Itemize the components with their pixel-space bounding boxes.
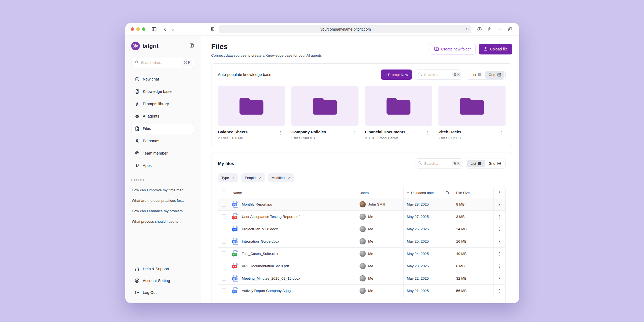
folder-tile[interactable] — [218, 86, 285, 126]
row-checkbox[interactable] — [222, 227, 226, 231]
list-view-label: List — [470, 162, 476, 166]
page-subtitle: Connect data sources to create a Knowled… — [211, 53, 322, 57]
privacy-shield-icon[interactable] — [209, 25, 216, 33]
row-checkbox[interactable] — [222, 264, 226, 268]
sidebar-item-files[interactable]: Files — [131, 123, 194, 134]
chat-history-item[interactable]: How can I enhance my problem... — [131, 206, 194, 216]
tab-overview-icon[interactable] — [506, 25, 514, 33]
folder-card[interactable]: Financial Documents 2.0 GB • Robbi Darwi… — [365, 86, 432, 140]
sidebar-item-team-member[interactable]: Team member — [131, 148, 194, 159]
upload-file-label: Upload file — [490, 47, 508, 51]
reload-icon[interactable]: ↻ — [465, 27, 469, 32]
uploaded-date: May 22, 2025 — [407, 276, 429, 280]
downloads-icon[interactable] — [476, 25, 483, 33]
minimize-window-button[interactable] — [136, 27, 140, 31]
filter-chip-people[interactable]: People — [241, 173, 265, 182]
column-date-sort[interactable]: ▼ Uploaded date — [403, 187, 453, 198]
sidebar-item-ai-agents[interactable]: AI agents — [131, 111, 194, 122]
sidebar-item-knowledge-base[interactable]: Knowledge base — [131, 86, 194, 97]
row-checkbox[interactable] — [222, 214, 226, 219]
sidebar-search-input[interactable] — [141, 61, 182, 65]
file-ext-badge: PDF — [232, 265, 237, 268]
row-menu-icon[interactable]: ⋮ — [495, 214, 504, 220]
view-grid-button[interactable]: Grid — [485, 160, 504, 167]
sidebar-item-new-chat[interactable]: New chat — [131, 74, 194, 85]
sidebar-item-label: Knowledge base — [143, 89, 171, 94]
view-list-button[interactable]: List — [467, 160, 485, 167]
knowledge-view-toggle: List Grid — [466, 70, 506, 80]
view-grid-button[interactable]: Grid — [485, 71, 504, 79]
view-list-button[interactable]: List — [467, 71, 485, 79]
folder-menu-icon[interactable]: ⋮ — [423, 130, 432, 136]
sidebar-item-apps[interactable]: Apps — [131, 160, 194, 171]
browser-sidebar-toggle-icon[interactable] — [150, 25, 158, 33]
my-files-search[interactable]: ⌘ K — [415, 158, 463, 169]
folder-menu-icon[interactable]: ⋮ — [350, 130, 358, 136]
chat-history-item[interactable]: What process should I use to... — [131, 217, 194, 226]
my-files-search-input[interactable] — [424, 162, 452, 166]
chat-history-item[interactable]: How can I improve my time man... — [131, 185, 194, 195]
table-menu-icon[interactable]: ⋮ — [495, 189, 504, 196]
sidebar-item-personas[interactable]: Personas — [131, 136, 194, 146]
table-row[interactable]: DOC Integration_Guide.docx Me May 25, 20… — [218, 235, 505, 247]
sidebar-item-log-out[interactable]: Log Out — [131, 287, 194, 298]
table-row[interactable]: PDF User Acceptance Testing Report.pdf M… — [218, 210, 505, 223]
table-row[interactable]: JPG Monthly Report.jpg John SMith May 28… — [218, 198, 505, 210]
row-checkbox[interactable] — [222, 251, 226, 256]
prompt-new-button[interactable]: + Prompt New — [381, 69, 412, 80]
knowledge-base-card: Auto-populate knowledge base + Prompt Ne… — [211, 63, 512, 146]
url-bar[interactable]: ↻ — [219, 25, 471, 33]
folder-card[interactable]: Company Policies 5 files • 900 MB ⋮ — [291, 86, 358, 140]
filter-chip-type[interactable]: Type — [218, 173, 238, 182]
row-menu-icon[interactable]: ⋮ — [495, 238, 504, 245]
table-row[interactable]: XLS Test_Cases_Suite.xlsx Me May 24, 202… — [218, 247, 505, 260]
folder-tile[interactable] — [291, 86, 358, 126]
table-row[interactable]: JPG Activity Report Company A.jpg Me May… — [218, 284, 505, 297]
grid-icon — [497, 73, 501, 77]
folder-tile[interactable] — [365, 86, 432, 126]
row-menu-icon[interactable]: ⋮ — [495, 263, 504, 269]
folder-menu-icon[interactable]: ⋮ — [276, 130, 285, 136]
table-row[interactable]: PDF API_Documentation_v2.0.pdf Me May 23… — [218, 260, 505, 272]
back-icon[interactable] — [162, 25, 169, 33]
chat-history-item[interactable]: What are the best practices for... — [131, 196, 194, 205]
folder-menu-icon[interactable]: ⋮ — [497, 130, 506, 136]
url-text[interactable] — [226, 27, 465, 31]
row-menu-icon[interactable]: ⋮ — [495, 251, 504, 257]
sidebar-item-label: Apps — [143, 163, 152, 168]
share-icon[interactable] — [486, 25, 493, 33]
select-all-checkbox[interactable] — [222, 191, 226, 195]
upload-file-button[interactable]: Upload file — [479, 44, 512, 54]
create-new-folder-button[interactable]: Create new folder — [430, 44, 475, 54]
filter-chip-modified[interactable]: Modified — [268, 173, 294, 182]
sidebar-search[interactable]: ⌘ F — [131, 57, 194, 68]
sidebar-item-help-support[interactable]: Help & Support — [131, 264, 194, 274]
table-row[interactable]: DOC Meeting_Minutes_2025_09_15.docx Me M… — [218, 272, 505, 284]
table-row[interactable]: DOC ProjectPlan_v1.0.docx Me May 26, 202… — [218, 223, 505, 235]
close-window-button[interactable] — [131, 27, 134, 31]
sort-lines-icon[interactable] — [446, 191, 449, 195]
sidebar-item-account-setting[interactable]: Account Setting — [131, 275, 194, 286]
folder-tile[interactable] — [438, 86, 506, 126]
row-checkbox[interactable] — [222, 276, 226, 281]
new-tab-icon[interactable] — [496, 25, 504, 33]
folder-card[interactable]: Balance Sheets 20 files • 150 MB ⋮ — [218, 86, 285, 140]
browser-window: ↻ ≫ bitgrit — [125, 23, 519, 303]
row-menu-icon[interactable]: ⋮ — [495, 201, 504, 208]
knowledge-search-input[interactable] — [424, 73, 452, 77]
row-checkbox[interactable] — [222, 202, 226, 207]
row-menu-icon[interactable]: ⋮ — [495, 288, 504, 294]
row-menu-icon[interactable]: ⋮ — [495, 275, 504, 282]
collapse-sidebar-icon[interactable] — [189, 43, 194, 49]
folder-card[interactable]: Pitch Decks 2 files • 1.2 GB ⋮ — [438, 86, 506, 140]
row-menu-icon[interactable]: ⋮ — [495, 226, 504, 232]
knowledge-search[interactable]: ⌘ K — [415, 69, 463, 80]
row-checkbox[interactable] — [222, 288, 226, 293]
row-checkbox[interactable] — [222, 239, 226, 244]
forward-icon[interactable] — [169, 25, 177, 33]
uploaded-date: May 25, 2025 — [407, 239, 429, 243]
zoom-window-button[interactable] — [142, 27, 145, 31]
sidebar-item-prompts-library[interactable]: Prompts library — [131, 98, 194, 109]
sidebar-item-label: Files — [143, 126, 151, 131]
my-files-title: My files — [218, 161, 234, 166]
